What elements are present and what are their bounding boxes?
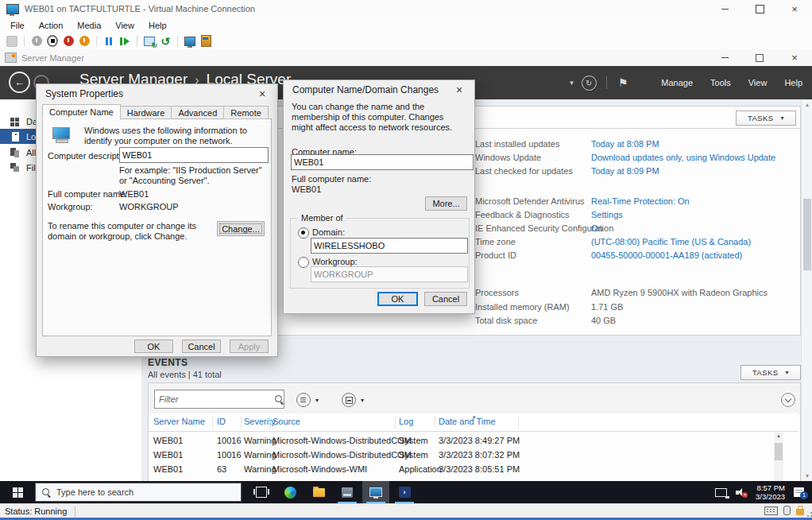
table-row[interactable]: WEB01 63 Warning Microsoft-Windows-WMI A…	[149, 463, 798, 477]
main-scrollbar[interactable]: ▴ ▾	[801, 99, 812, 481]
workgroup-radio[interactable]	[298, 257, 309, 268]
ok-button[interactable]: OK	[134, 340, 173, 353]
filter-save-dropdown[interactable]: ▾	[342, 393, 364, 407]
vm-settings-icon[interactable]	[200, 36, 211, 47]
volume-muted-icon[interactable]: ×	[736, 487, 747, 497]
vm-maximize-button[interactable]	[742, 0, 777, 17]
table-row[interactable]: WEB01 10016 Warning Microsoft-Windows-Di…	[149, 434, 798, 448]
folder-icon	[313, 488, 325, 497]
prop-value-link[interactable]: Download updates only, using Windows Upd…	[591, 153, 775, 162]
events-table-scrollbar[interactable]: ▴	[774, 433, 783, 482]
tab-computer-name[interactable]: Computer Name	[42, 104, 121, 120]
action-center-icon[interactable]: 1	[794, 487, 804, 497]
revert-icon[interactable]: ↺	[160, 36, 171, 47]
prop-label: Last installed updates	[475, 139, 559, 149]
edge-button[interactable]	[276, 481, 304, 503]
domain-field[interactable]	[311, 238, 468, 254]
menu-tools[interactable]: Tools	[710, 78, 731, 87]
domain-radio[interactable]	[298, 227, 309, 239]
close-icon[interactable]: ×	[252, 87, 273, 101]
resume-icon[interactable]	[119, 36, 130, 47]
prop-value-link[interactable]: Today at 8:09 PM	[591, 166, 659, 176]
start-button[interactable]	[0, 481, 35, 503]
filter-saved-queries-dropdown[interactable]: ▾	[296, 393, 319, 407]
menu-media[interactable]: Media	[70, 21, 108, 30]
notifications-flag-icon[interactable]: ⚑	[618, 76, 628, 89]
cell-severity: Warning	[244, 464, 276, 474]
active-window-taskbar-button[interactable]	[362, 481, 389, 503]
notification-badge: 1	[800, 491, 808, 499]
vm-minimize-button[interactable]	[707, 0, 742, 17]
prop-value-link[interactable]: Today at 8:08 PM	[591, 139, 659, 149]
menu-sm-view[interactable]: View	[748, 78, 768, 87]
refresh-icon[interactable]: ↻	[582, 76, 597, 91]
shutdown-icon[interactable]	[79, 36, 90, 47]
enhanced-session-icon[interactable]	[184, 36, 195, 47]
scroll-up-icon[interactable]: ▴	[774, 433, 783, 439]
powershell-taskbar-button[interactable]: ›	[391, 481, 418, 503]
cancel-button[interactable]: Cancel	[182, 340, 221, 353]
task-view-button[interactable]	[248, 481, 275, 503]
search-icon[interactable]	[273, 394, 284, 405]
apply-button[interactable]: Apply	[230, 340, 269, 353]
scroll-down-icon[interactable]: ▾	[802, 472, 812, 479]
cell-datetime: 3/3/2023 8:49:27 PM	[439, 436, 520, 445]
column-header-log[interactable]: Log	[399, 417, 413, 426]
menu-manage[interactable]: Manage	[661, 78, 693, 87]
collapse-panel-icon[interactable]	[781, 393, 795, 407]
ctrl-alt-del-icon[interactable]	[31, 36, 42, 47]
sm-minimize-button[interactable]	[707, 49, 742, 67]
clipboard-icon[interactable]	[6, 36, 17, 47]
taskbar-clock[interactable]: 8:57 PM 3/3/2023	[756, 483, 785, 501]
more-button[interactable]: More...	[425, 196, 467, 211]
column-header-date-time[interactable]: Date and Time	[439, 417, 496, 426]
workgroup-value: WORKGROUP	[119, 202, 179, 211]
change-button[interactable]: Change...	[217, 221, 265, 236]
column-header-id[interactable]: ID	[217, 417, 226, 426]
chevron-down-icon[interactable]: ▾	[570, 79, 574, 87]
column-header-source[interactable]: Source	[273, 417, 300, 426]
server-manager-taskbar-button[interactable]	[334, 481, 361, 503]
network-icon[interactable]	[715, 488, 727, 497]
prop-value-link[interactable]: Real-Time Protection: On	[591, 196, 690, 206]
properties-tasks-button[interactable]: TASKS▾	[736, 111, 796, 126]
resize-grip[interactable]	[807, 509, 812, 517]
search-input[interactable]	[55, 487, 217, 498]
computer-description-field[interactable]	[119, 147, 269, 163]
filter-input[interactable]	[155, 394, 273, 405]
member-of-group: Member of Domain: Workgroup:	[290, 218, 470, 289]
file-explorer-button[interactable]	[305, 481, 332, 503]
menu-file[interactable]: File	[3, 21, 32, 30]
sm-close-button[interactable]: ×	[777, 49, 812, 67]
dialog-titlebar: System Properties	[37, 84, 277, 103]
computer-name-field[interactable]	[291, 154, 474, 170]
prop-value-link[interactable]: (UTC-08:00) Pacific Time (US & Canada)	[591, 237, 751, 246]
events-tasks-button[interactable]: TASKS▾	[740, 365, 801, 380]
taskbar-search[interactable]	[35, 483, 242, 502]
prop-value-link[interactable]: On	[591, 223, 603, 233]
prop-value-link[interactable]: 00455-50000-00001-AA189 (activated)	[591, 250, 742, 260]
menu-help[interactable]: Help	[141, 21, 174, 30]
ok-button[interactable]: OK	[377, 292, 418, 306]
scrollbar-thumb[interactable]	[803, 199, 811, 270]
scroll-up-icon[interactable]: ▴	[802, 101, 812, 108]
table-row[interactable]: WEB01 10016 Warning Microsoft-Windows-Di…	[149, 448, 798, 463]
menu-view[interactable]: View	[108, 21, 141, 30]
prop-value-link[interactable]: Settings	[591, 210, 623, 219]
cancel-button[interactable]: Cancel	[424, 292, 467, 306]
vm-menubar: File Action Media View Help	[0, 17, 812, 33]
sm-restore-button[interactable]	[742, 49, 777, 67]
column-header-server-name[interactable]: Server Name	[153, 417, 205, 426]
close-icon[interactable]: ×	[449, 83, 470, 97]
server-manager-title: Server Manager	[21, 53, 84, 63]
checkpoint-icon[interactable]	[144, 36, 155, 47]
menu-action[interactable]: Action	[32, 21, 71, 30]
column-header-severity[interactable]: Severity	[244, 417, 276, 426]
turn-off-icon[interactable]	[47, 36, 58, 47]
back-button[interactable]: ←	[9, 72, 30, 93]
scrollbar-thumb[interactable]	[775, 443, 783, 460]
power-off-icon[interactable]	[63, 36, 74, 47]
pause-icon[interactable]	[103, 36, 114, 47]
menu-sm-help[interactable]: Help	[784, 78, 802, 87]
vm-close-button[interactable]: ×	[777, 0, 812, 17]
